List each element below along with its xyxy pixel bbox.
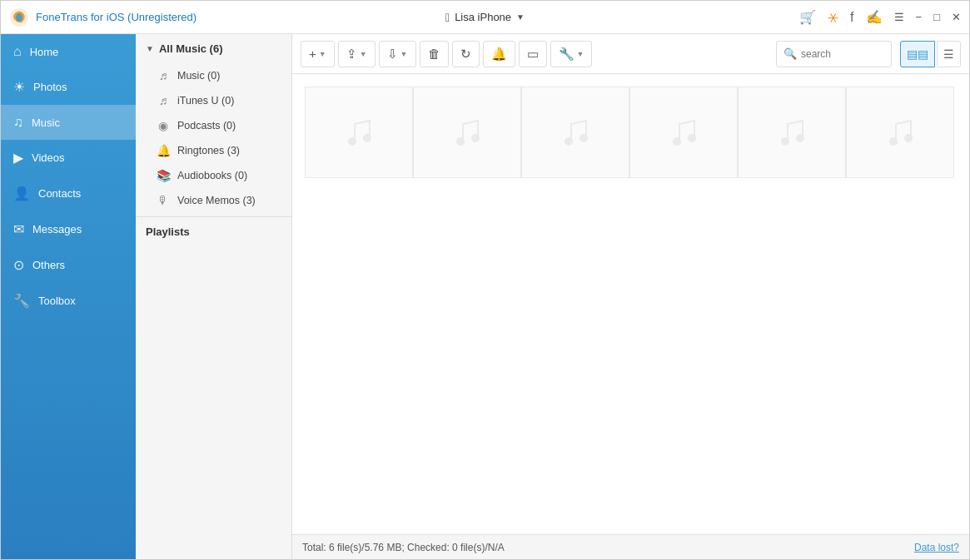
- key-button[interactable]: ⚹: [828, 10, 838, 25]
- sidebar-item-contacts-label: Contacts: [38, 187, 81, 200]
- music-card-1[interactable]: [305, 87, 413, 178]
- music-sub-icon: ♬: [156, 69, 171, 82]
- music-card-6[interactable]: [846, 87, 954, 178]
- sidebar-item-music[interactable]: ♫ Music: [1, 105, 136, 140]
- sidebar-item-photos[interactable]: ☀ Photos: [1, 69, 136, 105]
- sidebar-item-messages[interactable]: ✉ Messages: [1, 211, 136, 247]
- svg-point-8: [673, 137, 681, 146]
- export-dropdown-arrow: ▼: [360, 50, 367, 58]
- device-name: Lisa iPhone: [455, 11, 511, 23]
- app-title: FoneTrans for iOS (Unregistered): [36, 11, 799, 23]
- playlists-header: Playlists: [136, 216, 291, 246]
- music-card-3[interactable]: [521, 87, 629, 178]
- music-icon: ♫: [13, 115, 23, 130]
- tools-dropdown-arrow: ▼: [577, 50, 584, 58]
- maximize-button[interactable]: □: [933, 11, 940, 23]
- music-card-2[interactable]: [413, 87, 521, 178]
- import-button[interactable]: ⇩ ▼: [379, 41, 416, 67]
- delete-button[interactable]: 🗑: [420, 41, 449, 67]
- svg-point-13: [904, 134, 913, 142]
- svg-point-2: [348, 137, 356, 146]
- sidebar-item-others[interactable]: ⊙ Others: [1, 247, 136, 283]
- secondary-item-voice-memos[interactable]: 🎙 Voice Memos (3): [136, 188, 291, 213]
- svg-point-3: [363, 134, 371, 142]
- minimize-button[interactable]: −: [916, 11, 923, 23]
- notify-icon: 🔔: [491, 47, 507, 62]
- podcasts-sub-label: Podcasts (0): [177, 120, 236, 131]
- copy-button[interactable]: ▭: [519, 41, 547, 67]
- videos-icon: ▶: [13, 150, 23, 166]
- others-icon: ⊙: [13, 257, 24, 273]
- tools-button[interactable]: 🔧 ▼: [550, 41, 593, 67]
- apple-icon: : [445, 11, 450, 24]
- tools-icon: 🔧: [559, 47, 575, 62]
- toolbox-icon: 🔧: [13, 293, 30, 309]
- playlists-label: Playlists: [146, 225, 190, 238]
- list-view-button[interactable]: ☰: [937, 41, 961, 67]
- export-button[interactable]: ⇪ ▼: [338, 41, 376, 67]
- close-button[interactable]: ✕: [952, 11, 961, 23]
- secondary-item-itunes-u[interactable]: ♬ iTunes U (0): [136, 88, 291, 113]
- sidebar-item-toolbox[interactable]: 🔧 Toolbox: [1, 283, 136, 319]
- secondary-item-audiobooks[interactable]: 📚 Audiobooks (0): [136, 163, 291, 188]
- audiobooks-sub-icon: 📚: [156, 169, 171, 182]
- add-icon: +: [309, 47, 316, 61]
- photos-icon: ☀: [13, 79, 25, 95]
- status-bar: Total: 6 file(s)/5.76 MB; Checked: 0 fil…: [292, 534, 969, 559]
- add-dropdown-arrow: ▼: [319, 50, 326, 58]
- music-grid: [292, 74, 969, 534]
- view-toggle: ▤▤ ☰: [900, 41, 961, 67]
- music-note-icon-6: [879, 112, 921, 153]
- secondary-item-podcasts[interactable]: ◉ Podcasts (0): [136, 113, 291, 138]
- all-music-header[interactable]: ▼ All Music (6): [136, 34, 291, 63]
- cart-button[interactable]: 🛒: [799, 9, 816, 25]
- data-lost-link[interactable]: Data lost?: [914, 542, 959, 553]
- refresh-icon: ↻: [460, 47, 471, 62]
- svg-point-9: [688, 134, 696, 142]
- sidebar-item-others-label: Others: [32, 259, 65, 271]
- music-card-4[interactable]: [629, 87, 738, 178]
- device-dropdown-chevron[interactable]: ▼: [516, 12, 525, 22]
- secondary-item-music[interactable]: ♬ Music (0): [136, 63, 291, 88]
- secondary-item-ringtones[interactable]: 🔔 Ringtones (3): [136, 138, 291, 163]
- title-bar: FoneTrans for iOS (Unregistered)  Lisa …: [1, 1, 969, 34]
- voice-memos-sub-icon: 🎙: [156, 194, 171, 207]
- sidebar-item-music-label: Music: [32, 116, 60, 129]
- sidebar-item-videos[interactable]: ▶ Videos: [1, 140, 136, 176]
- music-sub-label: Music (0): [177, 70, 220, 82]
- import-dropdown-arrow: ▼: [400, 50, 408, 58]
- grid-view-button[interactable]: ▤▤: [900, 41, 935, 67]
- add-button[interactable]: + ▼: [301, 41, 335, 67]
- content-area: + ▼ ⇪ ▼ ⇩ ▼ 🗑 ↻: [292, 34, 969, 559]
- app-logo: [9, 7, 29, 27]
- import-icon: ⇩: [387, 47, 398, 62]
- title-bar-actions: 🛒 ⚹ f ✍ ☰ − □ ✕: [799, 9, 961, 25]
- search-icon: 🔍: [783, 47, 797, 60]
- sidebar-item-home[interactable]: ⌂ Home: [1, 34, 136, 69]
- chat-button[interactable]: ✍: [866, 9, 883, 25]
- messages-icon: ✉: [13, 221, 24, 237]
- music-note-icon-4: [663, 112, 704, 153]
- contacts-icon: 👤: [13, 186, 30, 201]
- menu-button[interactable]: ☰: [894, 11, 904, 23]
- sidebar-item-contacts[interactable]: 👤 Contacts: [1, 176, 136, 211]
- refresh-button[interactable]: ↻: [452, 41, 480, 67]
- facebook-button[interactable]: f: [850, 10, 853, 25]
- music-note-icon-2: [446, 112, 488, 153]
- search-box[interactable]: 🔍: [776, 41, 892, 67]
- svg-point-4: [456, 137, 465, 146]
- itunes-sub-label: iTunes U (0): [177, 95, 234, 107]
- svg-point-5: [471, 134, 480, 142]
- sidebar-item-toolbox-label: Toolbox: [38, 295, 76, 307]
- delete-icon: 🗑: [428, 47, 440, 61]
- music-card-5[interactable]: [738, 87, 846, 178]
- sidebar-item-home-label: Home: [30, 46, 59, 58]
- svg-point-6: [565, 137, 573, 146]
- search-input[interactable]: [801, 48, 884, 60]
- itunes-sub-icon: ♬: [156, 94, 171, 107]
- collapse-arrow-icon: ▼: [146, 44, 154, 53]
- voice-memos-sub-label: Voice Memos (3): [177, 195, 256, 206]
- music-note-icon-5: [771, 112, 813, 153]
- device-selector[interactable]:  Lisa iPhone ▼: [445, 11, 525, 24]
- notify-button[interactable]: 🔔: [483, 41, 515, 67]
